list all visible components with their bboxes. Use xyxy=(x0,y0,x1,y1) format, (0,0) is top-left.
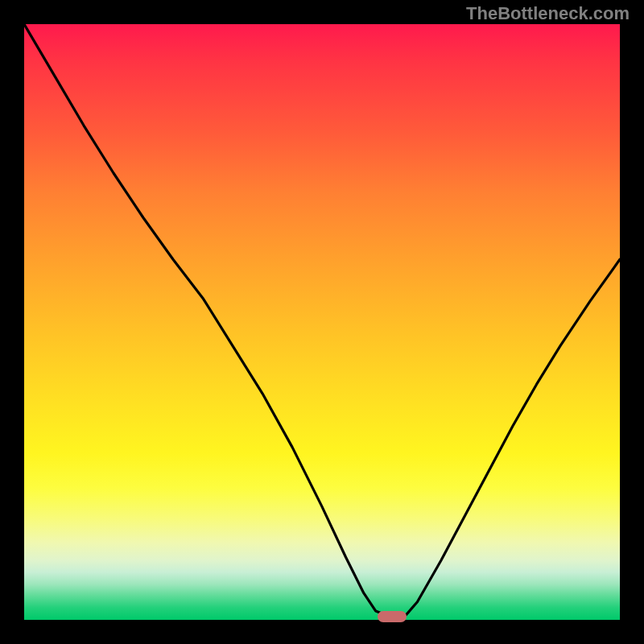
optimum-marker xyxy=(378,611,407,622)
plot-area xyxy=(24,24,620,620)
watermark-text: TheBottleneck.com xyxy=(466,3,630,24)
chart-frame: TheBottleneck.com xyxy=(0,0,644,644)
bottleneck-curve xyxy=(24,24,620,620)
